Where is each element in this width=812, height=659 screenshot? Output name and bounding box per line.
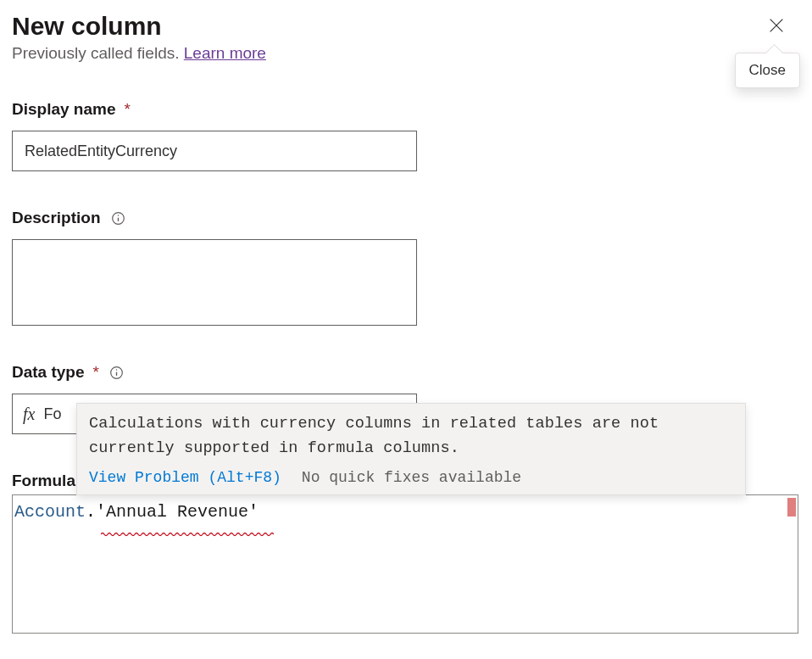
formula-token-rest: 'Annual Revenue' (96, 502, 259, 522)
fx-icon: fx (23, 405, 35, 424)
description-label: Description (12, 209, 800, 227)
formula-editor[interactable]: Account.'Annual Revenue' (12, 494, 798, 634)
display-name-input[interactable] (12, 131, 417, 171)
description-input[interactable] (12, 239, 417, 326)
close-tooltip-text: Close (749, 62, 786, 78)
formula-token-account: Account (14, 502, 86, 522)
description-label-text: Description (12, 209, 101, 227)
close-icon (767, 16, 786, 38)
error-squiggle-icon (101, 522, 274, 527)
learn-more-link[interactable]: Learn more (184, 44, 266, 62)
error-message: Calculations with currency columns in re… (77, 404, 745, 466)
close-tooltip: Close (735, 53, 800, 88)
data-type-value: Fo (43, 405, 61, 423)
no-quick-fixes-text: No quick fixes available (302, 469, 521, 486)
display-name-label: Display name * (12, 100, 800, 119)
data-type-label: Data type * (12, 363, 800, 382)
info-icon[interactable] (111, 210, 126, 226)
subtitle-text: Previously called fields. (12, 44, 184, 62)
formula-token-dot: . (86, 502, 96, 522)
svg-point-4 (118, 215, 120, 216)
minimap-error-marker (787, 498, 796, 517)
close-button[interactable] (765, 15, 788, 39)
data-type-label-text: Data type (12, 363, 85, 382)
info-icon[interactable] (109, 365, 125, 380)
page-title: New column (12, 12, 266, 41)
error-tooltip: Calculations with currency columns in re… (76, 403, 746, 495)
display-name-label-text: Display name (12, 100, 116, 119)
svg-point-7 (116, 369, 118, 371)
subtitle: Previously called fields. Learn more (12, 44, 266, 63)
required-star-icon: * (93, 363, 99, 382)
required-star-icon: * (125, 100, 131, 119)
view-problem-link[interactable]: View Problem (Alt+F8) (89, 469, 281, 486)
